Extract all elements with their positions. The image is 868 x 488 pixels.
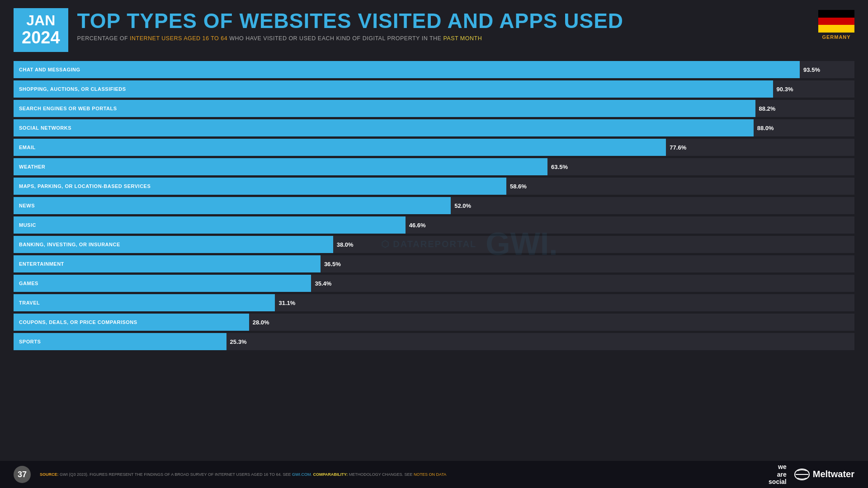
subtitle-highlight2: PAST MONTH <box>443 35 482 42</box>
source-text: GWI (Q3 2023). FIGURES REPRESENT THE FIN… <box>60 472 292 477</box>
bar-label: CHAT AND MESSAGING <box>14 61 80 78</box>
bar-fill <box>14 80 773 98</box>
bar-row: MAPS, PARKING, OR LOCATION-BASED SERVICE… <box>14 178 854 195</box>
meltwater-text: Meltwater <box>813 469 854 479</box>
footer-text: SOURCE: GWI (Q3 2023). FIGURES REPRESENT… <box>40 472 760 478</box>
bar-value: 90.3% <box>777 85 793 92</box>
footer: 37 SOURCE: GWI (Q3 2023). FIGURES REPRES… <box>0 461 868 488</box>
bar-value: 31.1% <box>278 299 295 306</box>
bar-row: SOCIAL NETWORKS88.0% <box>14 119 854 136</box>
subtitle-middle: WHO HAVE VISITED OR USED EACH KIND OF DI… <box>227 35 443 42</box>
bar-row: WEATHER63.5% <box>14 158 854 175</box>
date-box: JAN 2024 <box>14 8 68 52</box>
bar-fill <box>14 139 666 156</box>
flag-area: GERMANY <box>818 8 854 40</box>
subtitle: PERCENTAGE OF INTERNET USERS AGED 16 TO … <box>77 35 809 42</box>
germany-flag <box>818 10 854 33</box>
bar-label: ENTERTAINMENT <box>14 255 64 272</box>
bar-value: 88.2% <box>759 105 776 112</box>
bar-value: 93.5% <box>803 66 820 73</box>
bar-row: TRAVEL31.1% <box>14 294 854 311</box>
bar-value: 28.0% <box>253 319 269 325</box>
comparability-text: METHODOLOGY CHANGES. SEE <box>349 472 414 477</box>
notes-link[interactable]: NOTES ON DATA <box>414 472 446 477</box>
country-label: GERMANY <box>822 34 850 40</box>
bar-row: MUSIC46.6% <box>14 216 854 234</box>
bar-value: 35.4% <box>315 280 331 286</box>
we-are-social-logo: we are social <box>769 463 787 486</box>
bar-value: 38.0% <box>337 241 354 248</box>
bar-label: NEWS <box>14 197 35 214</box>
bar-label: MUSIC <box>14 216 36 234</box>
bar-row: SHOPPING, AUCTIONS, OR CLASSIFIEDS90.3% <box>14 80 854 98</box>
bar-label: SPORTS <box>14 333 41 350</box>
bar-label: EMAIL <box>14 139 36 156</box>
source-label: SOURCE: <box>40 472 59 477</box>
bar-fill <box>14 158 547 175</box>
bar-fill <box>14 119 754 136</box>
bar-value: 36.5% <box>324 260 341 267</box>
bar-row: BANKING, INVESTING, OR INSURANCE38.0% <box>14 236 854 253</box>
header: JAN 2024 TOP TYPES OF WEBSITES VISITED A… <box>0 0 868 56</box>
bar-row: ENTERTAINMENT36.5% <box>14 255 854 272</box>
bar-label: TRAVEL <box>14 294 40 311</box>
bar-label: COUPONS, DEALS, OR PRICE COMPARISONS <box>14 314 137 331</box>
comparability-label: COMPARABILITY: <box>313 472 348 477</box>
bar-fill <box>14 61 800 78</box>
bar-row: CHAT AND MESSAGING93.5% <box>14 61 854 78</box>
gwi-link[interactable]: GWI.COM <box>292 472 311 477</box>
bar-fill <box>14 294 275 311</box>
main-title: TOP TYPES OF WEBSITES VISITED AND APPS U… <box>77 10 809 32</box>
month-label: JAN <box>22 13 60 28</box>
bar-fill <box>14 333 226 350</box>
bar-label: GAMES <box>14 275 38 292</box>
bar-fill <box>14 197 451 214</box>
bar-row: COUPONS, DEALS, OR PRICE COMPARISONS28.0… <box>14 314 854 331</box>
bar-row: EMAIL77.6% <box>14 139 854 156</box>
bar-label: BANKING, INVESTING, OR INSURANCE <box>14 236 120 253</box>
chart-area: CHAT AND MESSAGING93.5%SHOPPING, AUCTION… <box>0 56 868 350</box>
bar-row: SPORTS25.3% <box>14 333 854 350</box>
bar-fill <box>14 100 755 117</box>
bar-value: 25.3% <box>230 338 247 345</box>
footer-logos: we are social Meltwater <box>769 463 854 486</box>
bar-value: 63.5% <box>551 163 568 170</box>
bar-label: SEARCH ENGINES OR WEB PORTALS <box>14 100 117 117</box>
bar-label: MAPS, PARKING, OR LOCATION-BASED SERVICE… <box>14 178 151 195</box>
bar-label: WEATHER <box>14 158 45 175</box>
flag-black-stripe <box>818 10 854 18</box>
bar-value: 52.0% <box>454 202 471 209</box>
bar-row: GAMES35.4% <box>14 275 854 292</box>
bar-row: NEWS52.0% <box>14 197 854 214</box>
meltwater-logo: Meltwater <box>794 468 854 481</box>
year-label: 2024 <box>22 28 60 47</box>
flag-red-stripe <box>818 18 854 25</box>
bar-value: 46.6% <box>409 221 426 228</box>
bar-fill <box>14 275 311 292</box>
title-area: TOP TYPES OF WEBSITES VISITED AND APPS U… <box>77 8 809 42</box>
meltwater-icon <box>794 468 810 481</box>
page-number: 37 <box>14 466 31 483</box>
bar-label: SOCIAL NETWORKS <box>14 119 71 136</box>
bar-value: 77.6% <box>670 144 686 150</box>
bar-value: 58.6% <box>510 183 527 189</box>
subtitle-highlight1: INTERNET USERS AGED 16 TO 64 <box>130 35 227 42</box>
flag-yellow-stripe <box>818 25 854 33</box>
bar-value: 88.0% <box>757 124 774 131</box>
bar-fill <box>14 216 406 234</box>
subtitle-before: PERCENTAGE OF <box>77 35 130 42</box>
bar-label: SHOPPING, AUCTIONS, OR CLASSIFIEDS <box>14 80 126 98</box>
bar-row: SEARCH ENGINES OR WEB PORTALS88.2% <box>14 100 854 117</box>
